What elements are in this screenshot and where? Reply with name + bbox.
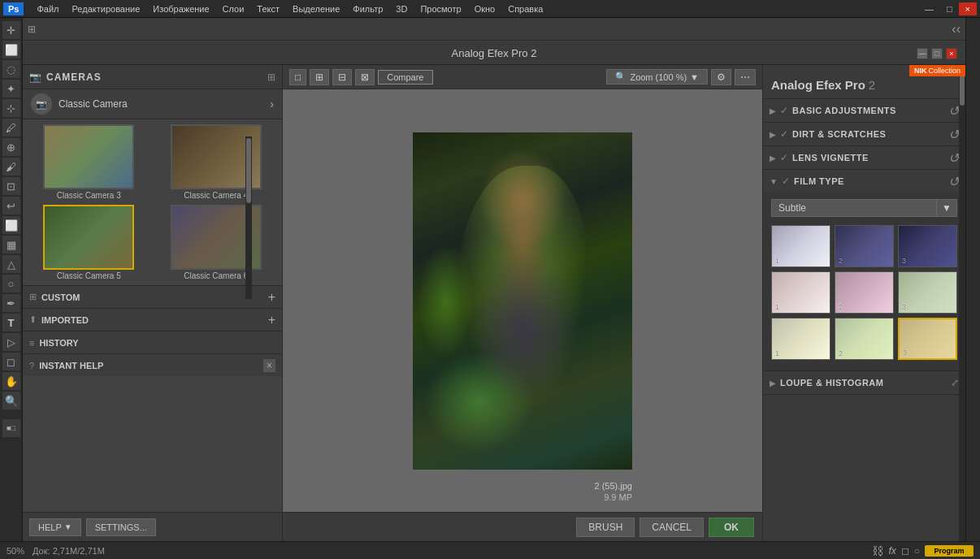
swatch-3-2[interactable]: 2 xyxy=(835,318,894,360)
ps-collapse-icon[interactable]: ‹‹ xyxy=(952,22,960,37)
ps-tool-hand[interactable]: ✋ xyxy=(2,372,20,390)
layout-multi-btn[interactable]: ⊟ xyxy=(332,69,352,85)
menu-help[interactable]: Справка xyxy=(501,2,549,15)
thumb-item-4[interactable]: Classic Camera 4 xyxy=(154,123,280,202)
swatch-3-3[interactable]: 3 xyxy=(898,318,957,360)
canvas-settings-btn[interactable]: ⚙ xyxy=(711,69,731,85)
ps-win-maximize[interactable]: □ xyxy=(940,2,959,15)
ok-button[interactable]: OK xyxy=(709,518,754,537)
layout-quad-btn[interactable]: ⊠ xyxy=(355,69,375,85)
menu-filter[interactable]: Фильтр xyxy=(346,2,389,15)
custom-section[interactable]: ⊞ CUSTOM + xyxy=(23,285,282,308)
menu-image[interactable]: Изображение xyxy=(146,2,215,15)
ps-tool-zoom[interactable]: 🔍 xyxy=(2,392,20,410)
zoom-percentage: 50% xyxy=(7,546,24,556)
ps-tool-move[interactable]: ✛ xyxy=(2,21,20,39)
dirt-adj-reset[interactable]: ↺ xyxy=(948,127,959,142)
ps-tool-eraser[interactable]: ⬜ xyxy=(2,216,20,234)
film-type-reset[interactable]: ↺ xyxy=(948,174,959,189)
imported-section[interactable]: ⬆ IMPORTED + xyxy=(23,308,282,331)
dirt-adj-check[interactable]: ✓ xyxy=(780,128,788,140)
expand-icon[interactable]: ⊞ xyxy=(267,72,275,83)
canvas-more-btn[interactable]: ⋯ xyxy=(735,69,756,85)
swatch-1-3[interactable]: 3 xyxy=(898,225,957,267)
film-type-select[interactable]: Subtle xyxy=(771,199,937,217)
ps-tool-shape[interactable]: ◻ xyxy=(2,353,20,370)
ps-tool-pen[interactable]: ✒ xyxy=(2,294,20,312)
swatch-1-2[interactable]: 2 xyxy=(835,225,894,267)
layout-split-btn[interactable]: ⊞ xyxy=(310,69,329,85)
thumb-item-6[interactable]: Classic Camera 6 xyxy=(154,203,280,282)
zoom-display[interactable]: 🔍 Zoom (100 %) ▼ xyxy=(606,69,708,84)
cancel-button[interactable]: CANCEL xyxy=(640,518,704,537)
menu-window[interactable]: Окно xyxy=(468,2,502,15)
film-type-check[interactable]: ✓ xyxy=(782,176,790,187)
ps-tool-clone[interactable]: ⊡ xyxy=(2,177,20,195)
compare-button[interactable]: Compare xyxy=(378,70,432,84)
vignette-adj-reset[interactable]: ↺ xyxy=(948,150,959,166)
thumb-item-5[interactable]: Classic Camera 5 xyxy=(26,203,152,282)
history-icon: ≡ xyxy=(29,338,34,348)
ps-tool-fg-bg[interactable]: ■□ xyxy=(2,419,20,437)
ps-tool-lasso[interactable]: ◌ xyxy=(2,60,20,78)
ps-tool-path[interactable]: ▷ xyxy=(2,333,20,351)
dialog-maximize[interactable]: □ xyxy=(931,48,943,59)
ps-tool-select[interactable]: ⬜ xyxy=(2,41,20,58)
swatch-3-2-num: 2 xyxy=(839,349,843,358)
history-section[interactable]: ≡ HISTORY xyxy=(23,331,282,353)
instant-help-section[interactable]: ? INSTANT HELP × xyxy=(23,353,282,376)
menu-view[interactable]: Просмотр xyxy=(414,2,467,15)
ps-tool-eyedrop[interactable]: 🖊 xyxy=(2,119,20,136)
vignette-adj-check[interactable]: ✓ xyxy=(780,152,788,163)
custom-plus-icon[interactable]: + xyxy=(268,290,275,305)
status-icon-fx: fx xyxy=(888,545,895,557)
imported-plus-icon[interactable]: + xyxy=(268,313,275,327)
settings-button[interactable]: SETTINGS... xyxy=(86,518,156,536)
basic-adj-header[interactable]: ▶ ✓ BASIC ADJUSTMENTS ↺ xyxy=(763,99,965,122)
camera-forward-icon[interactable]: › xyxy=(270,98,274,110)
swatch-3-1[interactable]: 1 xyxy=(771,318,830,360)
ps-tool-type[interactable]: T xyxy=(2,314,20,332)
menu-3d[interactable]: 3D xyxy=(389,2,414,15)
swatch-2-2-num: 2 xyxy=(839,303,843,311)
ps-tool-blur[interactable]: △ xyxy=(2,255,20,273)
ps-tool-brush[interactable]: 🖌 xyxy=(2,158,20,176)
swatch-2-3[interactable]: 3 xyxy=(898,271,957,314)
film-select-arrow-btn[interactable]: ▼ xyxy=(937,199,957,217)
help-button[interactable]: HELP▼ xyxy=(29,518,81,536)
vignette-adj-header[interactable]: ▶ ✓ LENS VIGNETTE ↺ xyxy=(763,146,965,169)
layout-single-btn[interactable]: □ xyxy=(289,69,306,85)
swatch-1-1[interactable]: 1 xyxy=(771,225,830,267)
ps-tool-history[interactable]: ↩ xyxy=(2,197,20,214)
dialog-minimize[interactable]: — xyxy=(917,48,928,59)
menu-text[interactable]: Текст xyxy=(250,2,286,15)
custom-icon: ⊞ xyxy=(29,292,37,302)
loupe-arrow: ▶ xyxy=(770,379,776,388)
menu-file[interactable]: Файл xyxy=(30,2,65,15)
ps-win-close[interactable]: × xyxy=(959,2,977,15)
app-title: Analog Efex Pro xyxy=(771,78,865,92)
basic-adj-reset[interactable]: ↺ xyxy=(948,103,959,119)
ps-tool-dodge[interactable]: ○ xyxy=(2,275,20,292)
ps-options-icon: ⊞ xyxy=(28,24,36,35)
ps-win-minimize[interactable]: — xyxy=(918,2,940,15)
ps-tool-gradient[interactable]: ▦ xyxy=(2,236,20,254)
film-type-header[interactable]: ▼ ✓ FILM TYPE ↺ xyxy=(763,170,965,193)
ps-tool-magic[interactable]: ✦ xyxy=(2,80,20,98)
thumb-item-3[interactable]: Classic Camera 3 xyxy=(26,123,152,202)
ps-tool-heal[interactable]: ⊕ xyxy=(2,138,20,156)
menu-edit[interactable]: Редактирование xyxy=(66,2,147,15)
loupe-expand-icon[interactable]: ⤢ xyxy=(951,377,959,388)
dialog-close[interactable]: × xyxy=(946,48,957,59)
swatch-2-1[interactable]: 1 xyxy=(771,271,830,314)
instant-help-close-icon[interactable]: × xyxy=(263,359,275,372)
dirt-adj-header[interactable]: ▶ ✓ DIRT & SCRATCHES ↺ xyxy=(763,123,965,145)
menu-select[interactable]: Выделение xyxy=(286,2,346,15)
brush-button[interactable]: BRUSH xyxy=(576,518,635,537)
basic-adj-check[interactable]: ✓ xyxy=(780,105,788,116)
loupe-label: LOUPE & HISTOGRAM xyxy=(780,378,947,388)
loupe-header[interactable]: ▶ LOUPE & HISTOGRAM ⤢ xyxy=(763,371,965,394)
swatch-2-2[interactable]: 2 xyxy=(835,271,894,314)
ps-tool-crop[interactable]: ⊹ xyxy=(2,99,20,117)
menu-layers[interactable]: Слои xyxy=(216,2,251,15)
